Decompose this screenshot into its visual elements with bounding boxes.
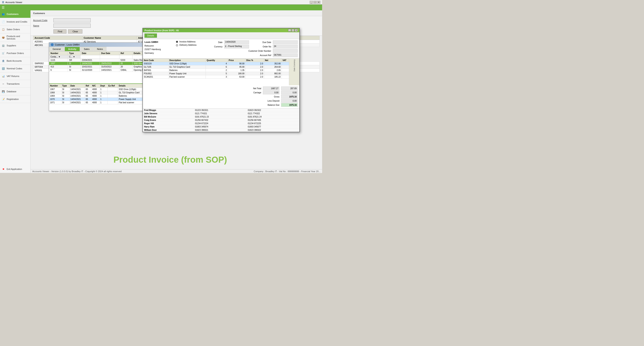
bot-col-date[interactable]: Date bbox=[70, 84, 85, 88]
act-col-duedate[interactable]: Due Date bbox=[100, 52, 119, 55]
invoice-header: Louis GMBH Retouren 21027 Hamburg German… bbox=[143, 39, 299, 58]
due-date-field-value[interactable] bbox=[273, 40, 298, 44]
sidebar-item-customers[interactable]: 👥 Customers bbox=[0, 10, 30, 18]
contact-row[interactable]: Bill McGuire0191 87621 230191 87621 24 bbox=[143, 115, 299, 118]
tab-notes[interactable]: Notes bbox=[93, 47, 106, 51]
tab-general[interactable]: General bbox=[49, 47, 64, 51]
menu-bar: ☰ bbox=[0, 4, 322, 10]
act-col-number[interactable]: Number bbox=[49, 52, 68, 55]
invoice-item-row[interactable]: BAT001Batteries21.352.02.650.45 bbox=[143, 69, 299, 72]
contacts-panel: Fred Bloggs01223 39232101823 392322Julie… bbox=[143, 108, 299, 132]
invoice-item-row[interactable]: SCAN201Flat bed scanner363.002.0185.2231… bbox=[143, 75, 299, 79]
tab-sales[interactable]: Sales bbox=[80, 47, 93, 51]
sidebar: 👥 Customers 📄 Invoices and Credits 📋 Sal… bbox=[0, 10, 31, 173]
customers-icon: 👥 bbox=[1, 12, 6, 16]
sidebar-label-registration: Registration bbox=[6, 98, 19, 100]
invoice-address-radio[interactable]: Invoice Address bbox=[176, 40, 196, 43]
account-code-input[interactable] bbox=[54, 18, 91, 22]
col-account-code[interactable]: Account Code bbox=[33, 36, 82, 40]
inv-col-itemcode[interactable]: Item Code bbox=[143, 59, 168, 62]
act-col-ref[interactable]: Ref bbox=[119, 52, 132, 55]
sidebar-item-purchase-orders[interactable]: 🛒 Purchase Orders bbox=[0, 50, 30, 57]
bot-col-number[interactable]: Number bbox=[49, 84, 62, 88]
sidebar-item-nominal-codes[interactable]: 🔢 Nominal Codes bbox=[0, 65, 30, 72]
sidebar-label-products: Products and Services bbox=[6, 35, 29, 40]
bot-col-ref[interactable]: Ref bbox=[85, 84, 91, 88]
sidebar-item-vat-returns[interactable]: 📊 VAT Returns bbox=[0, 72, 30, 80]
bot-col-type[interactable]: Type bbox=[61, 84, 70, 88]
account-ref-value[interactable]: DET001 bbox=[273, 54, 298, 57]
order-no-field-value[interactable]: 24 bbox=[273, 45, 298, 48]
bot-col-dept[interactable]: Dept bbox=[99, 84, 108, 88]
sidebar-item-transactions[interactable]: ↔ Transactions bbox=[0, 80, 30, 88]
nominal-codes-icon: 🔢 bbox=[1, 66, 6, 70]
invoice-item-row[interactable]: PSU002Power Supply Unit5180.002.0882.001… bbox=[143, 72, 299, 75]
invoice-totals: Net Total 1687.27 287.89 Carriage 0.00 0… bbox=[143, 85, 299, 108]
invoice-item-row[interactable]: GL7105GL 710 Graphics Card645.002.0264.6… bbox=[143, 66, 299, 69]
inv-col-description[interactable]: Description bbox=[168, 59, 206, 62]
contact-row[interactable]: Julie Stevens0121 7743210121 774322 bbox=[143, 112, 299, 115]
title-bar: 🏦 Accounts Viewer _ □ ✕ bbox=[0, 0, 322, 4]
account-code-label: Account Code bbox=[33, 19, 52, 22]
clear-button[interactable]: Clear bbox=[68, 30, 82, 34]
col-customer-name[interactable]: Customer Name bbox=[82, 36, 136, 40]
inv-col-disc[interactable]: Disc % bbox=[245, 59, 264, 62]
find-button[interactable]: Find bbox=[54, 30, 66, 34]
name-input[interactable] bbox=[54, 24, 91, 28]
delivery-address-radio[interactable]: Delivery Address bbox=[176, 44, 196, 46]
exit-icon: ✖ bbox=[1, 167, 6, 171]
invoice-titlebar: Product Invoice (from SOP) : 65 _ □ ✕ bbox=[143, 28, 299, 32]
currency-field-value[interactable]: £ - Pound Sterling bbox=[224, 45, 249, 48]
company-info: Company : Broadley IT - Vat No : 8888888… bbox=[254, 170, 320, 172]
customer-detail-title: Customer : Louis GMBH bbox=[55, 44, 80, 46]
products-icon: 📦 bbox=[1, 36, 6, 40]
customer-order-value[interactable] bbox=[273, 49, 298, 53]
app-icon: 🏦 bbox=[2, 1, 4, 4]
invoice-item-row[interactable]: SSD220SSD Drive (128gb)490.002.0352.8060… bbox=[143, 62, 299, 66]
invoice-details-tab[interactable]: Details bbox=[144, 34, 157, 38]
inv-col-net[interactable]: Net bbox=[264, 59, 282, 62]
delivery-radio-dot bbox=[176, 44, 178, 46]
carriage-label: Carriage bbox=[240, 92, 261, 94]
tab-activity[interactable]: Activity bbox=[64, 47, 80, 51]
bot-col-details[interactable]: Details bbox=[118, 84, 143, 88]
sidebar-label-suppliers: Suppliers bbox=[6, 44, 16, 47]
sidebar-item-sales-orders[interactable]: 📋 Sales Orders bbox=[0, 26, 30, 33]
date-field-value[interactable]: 14/04/2020 bbox=[224, 40, 249, 44]
contact-row[interactable]: Craig Evans01256 66743201256 667435 bbox=[143, 118, 299, 122]
sidebar-item-suppliers[interactable]: 🏢 Suppliers bbox=[0, 42, 30, 50]
sidebar-label-customers: Customers bbox=[6, 13, 18, 15]
sidebar-item-bank-accounts[interactable]: 🏦 Bank Accounts bbox=[0, 57, 30, 65]
bot-col-nc[interactable]: N/C bbox=[91, 84, 99, 88]
contact-row[interactable]: Harry Ram01803 34567401803 345677 bbox=[143, 125, 299, 128]
address-line3: Germany bbox=[144, 51, 174, 55]
sidebar-item-exit[interactable]: ✖ Exit Application bbox=[0, 165, 30, 173]
act-col-date[interactable]: Date bbox=[80, 52, 100, 55]
invoice-title: Product Invoice (from SOP) : 65 bbox=[144, 29, 179, 32]
close-btn[interactable]: ✕ bbox=[317, 1, 320, 4]
invoice-maximize-btn[interactable]: □ bbox=[292, 29, 294, 32]
hamburger-menu-icon[interactable]: ☰ bbox=[2, 6, 4, 10]
bot-col-exref[interactable]: Ex Ref bbox=[108, 84, 118, 88]
contact-row[interactable]: Fred Bloggs01223 39232101823 392322 bbox=[143, 109, 299, 112]
sidebar-item-invoices[interactable]: 📄 Invoices and Credits bbox=[0, 18, 30, 26]
invoice-radio-area: Invoice Address Delivery Address bbox=[176, 40, 196, 57]
maximize-btn[interactable]: □ bbox=[314, 1, 317, 4]
minimize-btn[interactable]: _ bbox=[310, 1, 313, 4]
inv-col-quantity[interactable]: Quantity bbox=[206, 59, 228, 62]
invoice-minimize-btn[interactable]: _ bbox=[288, 29, 291, 32]
contact-row[interactable]: William Door01823 39832101823 398322 bbox=[143, 128, 299, 132]
sidebar-item-registration[interactable]: 📝 Registration bbox=[0, 96, 30, 103]
sidebar-item-database[interactable]: 💾 Database bbox=[0, 88, 30, 96]
contact-row[interactable]: Roger Hill01234 67222401234 672225 bbox=[143, 122, 299, 125]
address-line1: Retouren bbox=[144, 44, 174, 48]
sidebar-label-invoices: Invoices and Credits bbox=[6, 20, 27, 23]
invoice-close-btn[interactable]: ✕ bbox=[295, 29, 298, 32]
act-col-type[interactable]: Type bbox=[68, 52, 80, 55]
inv-col-price[interactable]: Price bbox=[228, 59, 245, 62]
date-field-label: Date bbox=[202, 41, 222, 44]
vat-returns-icon: 📊 bbox=[1, 74, 6, 78]
customer-order-label: Customer Order Number bbox=[202, 50, 271, 52]
sidebar-item-products[interactable]: 📦 Products and Services bbox=[0, 33, 30, 42]
carriage-value: 0.00 bbox=[263, 91, 280, 94]
